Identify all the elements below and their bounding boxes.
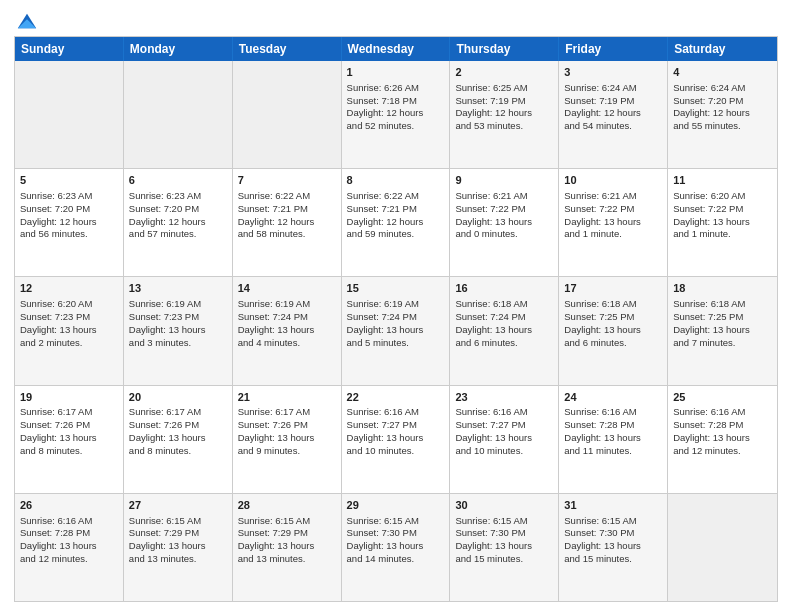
calendar-header: SundayMondayTuesdayWednesdayThursdayFrid… [15,37,777,61]
day-number: 20 [129,390,227,405]
day-info: Sunrise: 6:19 AM Sunset: 7:23 PM Dayligh… [129,298,206,347]
day-info: Sunrise: 6:24 AM Sunset: 7:20 PM Dayligh… [673,82,750,131]
day-number: 16 [455,281,553,296]
day-cell-25: 25Sunrise: 6:16 AM Sunset: 7:28 PM Dayli… [668,386,777,493]
day-number: 30 [455,498,553,513]
day-cell-10: 10Sunrise: 6:21 AM Sunset: 7:22 PM Dayli… [559,169,668,276]
day-cell-5: 5Sunrise: 6:23 AM Sunset: 7:20 PM Daylig… [15,169,124,276]
day-info: Sunrise: 6:15 AM Sunset: 7:29 PM Dayligh… [238,515,315,564]
day-number: 8 [347,173,445,188]
day-cell-13: 13Sunrise: 6:19 AM Sunset: 7:23 PM Dayli… [124,277,233,384]
header-day-saturday: Saturday [668,37,777,61]
day-cell-15: 15Sunrise: 6:19 AM Sunset: 7:24 PM Dayli… [342,277,451,384]
day-info: Sunrise: 6:16 AM Sunset: 7:28 PM Dayligh… [20,515,97,564]
day-number: 21 [238,390,336,405]
day-cell-2: 2Sunrise: 6:25 AM Sunset: 7:19 PM Daylig… [450,61,559,168]
calendar-body: 1Sunrise: 6:26 AM Sunset: 7:18 PM Daylig… [15,61,777,601]
day-number: 22 [347,390,445,405]
day-info: Sunrise: 6:18 AM Sunset: 7:25 PM Dayligh… [673,298,750,347]
day-info: Sunrise: 6:15 AM Sunset: 7:29 PM Dayligh… [129,515,206,564]
day-number: 5 [20,173,118,188]
header-day-thursday: Thursday [450,37,559,61]
day-info: Sunrise: 6:21 AM Sunset: 7:22 PM Dayligh… [564,190,641,239]
day-number: 1 [347,65,445,80]
day-number: 27 [129,498,227,513]
day-info: Sunrise: 6:24 AM Sunset: 7:19 PM Dayligh… [564,82,641,131]
header-day-friday: Friday [559,37,668,61]
week-row-3: 12Sunrise: 6:20 AM Sunset: 7:23 PM Dayli… [15,276,777,384]
day-cell-14: 14Sunrise: 6:19 AM Sunset: 7:24 PM Dayli… [233,277,342,384]
header-day-wednesday: Wednesday [342,37,451,61]
day-number: 29 [347,498,445,513]
day-info: Sunrise: 6:23 AM Sunset: 7:20 PM Dayligh… [20,190,97,239]
day-info: Sunrise: 6:26 AM Sunset: 7:18 PM Dayligh… [347,82,424,131]
day-info: Sunrise: 6:25 AM Sunset: 7:19 PM Dayligh… [455,82,532,131]
logo [14,10,38,28]
day-info: Sunrise: 6:20 AM Sunset: 7:23 PM Dayligh… [20,298,97,347]
day-info: Sunrise: 6:23 AM Sunset: 7:20 PM Dayligh… [129,190,206,239]
day-info: Sunrise: 6:17 AM Sunset: 7:26 PM Dayligh… [129,406,206,455]
week-row-4: 19Sunrise: 6:17 AM Sunset: 7:26 PM Dayli… [15,385,777,493]
header-day-tuesday: Tuesday [233,37,342,61]
day-info: Sunrise: 6:18 AM Sunset: 7:24 PM Dayligh… [455,298,532,347]
day-cell-29: 29Sunrise: 6:15 AM Sunset: 7:30 PM Dayli… [342,494,451,601]
day-info: Sunrise: 6:16 AM Sunset: 7:28 PM Dayligh… [564,406,641,455]
calendar: SundayMondayTuesdayWednesdayThursdayFrid… [14,36,778,602]
day-number: 28 [238,498,336,513]
day-cell-20: 20Sunrise: 6:17 AM Sunset: 7:26 PM Dayli… [124,386,233,493]
day-cell-21: 21Sunrise: 6:17 AM Sunset: 7:26 PM Dayli… [233,386,342,493]
day-cell-4: 4Sunrise: 6:24 AM Sunset: 7:20 PM Daylig… [668,61,777,168]
day-cell-31: 31Sunrise: 6:15 AM Sunset: 7:30 PM Dayli… [559,494,668,601]
day-cell-9: 9Sunrise: 6:21 AM Sunset: 7:22 PM Daylig… [450,169,559,276]
day-number: 17 [564,281,662,296]
day-info: Sunrise: 6:16 AM Sunset: 7:28 PM Dayligh… [673,406,750,455]
day-cell-22: 22Sunrise: 6:16 AM Sunset: 7:27 PM Dayli… [342,386,451,493]
day-cell-16: 16Sunrise: 6:18 AM Sunset: 7:24 PM Dayli… [450,277,559,384]
day-number: 3 [564,65,662,80]
day-number: 24 [564,390,662,405]
day-number: 9 [455,173,553,188]
empty-cell [668,494,777,601]
week-row-5: 26Sunrise: 6:16 AM Sunset: 7:28 PM Dayli… [15,493,777,601]
day-cell-8: 8Sunrise: 6:22 AM Sunset: 7:21 PM Daylig… [342,169,451,276]
day-number: 11 [673,173,772,188]
empty-cell [124,61,233,168]
day-info: Sunrise: 6:22 AM Sunset: 7:21 PM Dayligh… [347,190,424,239]
day-number: 2 [455,65,553,80]
day-number: 10 [564,173,662,188]
day-info: Sunrise: 6:18 AM Sunset: 7:25 PM Dayligh… [564,298,641,347]
day-cell-11: 11Sunrise: 6:20 AM Sunset: 7:22 PM Dayli… [668,169,777,276]
day-number: 23 [455,390,553,405]
day-number: 26 [20,498,118,513]
day-cell-23: 23Sunrise: 6:16 AM Sunset: 7:27 PM Dayli… [450,386,559,493]
header-day-sunday: Sunday [15,37,124,61]
day-cell-3: 3Sunrise: 6:24 AM Sunset: 7:19 PM Daylig… [559,61,668,168]
day-number: 15 [347,281,445,296]
day-info: Sunrise: 6:22 AM Sunset: 7:21 PM Dayligh… [238,190,315,239]
svg-marker-1 [18,19,36,28]
day-info: Sunrise: 6:15 AM Sunset: 7:30 PM Dayligh… [455,515,532,564]
day-number: 18 [673,281,772,296]
day-number: 6 [129,173,227,188]
week-row-1: 1Sunrise: 6:26 AM Sunset: 7:18 PM Daylig… [15,61,777,168]
day-number: 31 [564,498,662,513]
day-number: 12 [20,281,118,296]
header [14,10,778,28]
day-cell-19: 19Sunrise: 6:17 AM Sunset: 7:26 PM Dayli… [15,386,124,493]
day-info: Sunrise: 6:16 AM Sunset: 7:27 PM Dayligh… [455,406,532,455]
header-day-monday: Monday [124,37,233,61]
day-info: Sunrise: 6:17 AM Sunset: 7:26 PM Dayligh… [238,406,315,455]
day-info: Sunrise: 6:15 AM Sunset: 7:30 PM Dayligh… [564,515,641,564]
empty-cell [233,61,342,168]
day-info: Sunrise: 6:16 AM Sunset: 7:27 PM Dayligh… [347,406,424,455]
day-number: 14 [238,281,336,296]
logo-icon [16,10,38,32]
day-info: Sunrise: 6:20 AM Sunset: 7:22 PM Dayligh… [673,190,750,239]
page: SundayMondayTuesdayWednesdayThursdayFrid… [0,0,792,612]
day-cell-1: 1Sunrise: 6:26 AM Sunset: 7:18 PM Daylig… [342,61,451,168]
day-info: Sunrise: 6:19 AM Sunset: 7:24 PM Dayligh… [238,298,315,347]
day-number: 25 [673,390,772,405]
day-info: Sunrise: 6:21 AM Sunset: 7:22 PM Dayligh… [455,190,532,239]
day-number: 7 [238,173,336,188]
day-cell-27: 27Sunrise: 6:15 AM Sunset: 7:29 PM Dayli… [124,494,233,601]
